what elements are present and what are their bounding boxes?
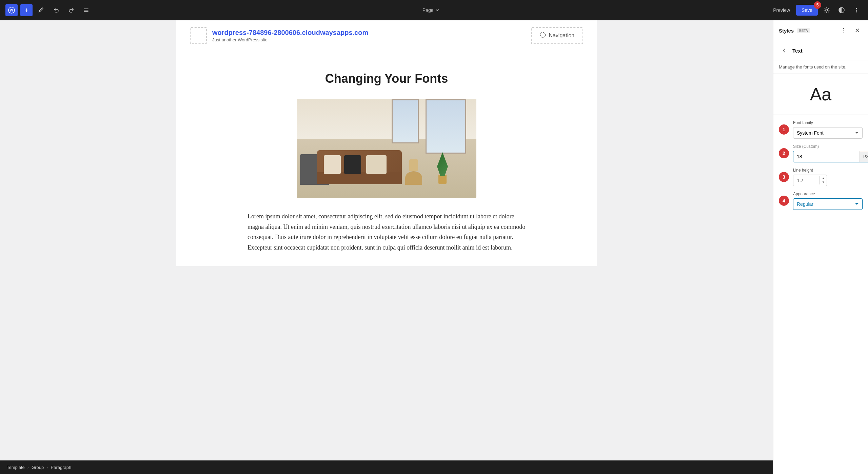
line-height-input[interactable] [793, 175, 820, 186]
panel-more-button[interactable]: ⋮ [838, 25, 849, 36]
font-family-label: Font family [793, 120, 863, 125]
add-block-button[interactable]: + [20, 4, 33, 16]
beta-badge: Beta [797, 28, 810, 33]
svg-point-7 [856, 8, 857, 9]
post-body-text: Lorem ipsum dolor sit amet, consectetur … [248, 211, 526, 253]
aa-preview: Aa [773, 74, 868, 115]
back-button[interactable] [779, 45, 790, 56]
styles-panel: Styles Beta ⋮ ✕ Text Manage the fonts us… [773, 20, 868, 474]
text-panel-desc: Manage the fonts used on the site. [773, 60, 868, 74]
save-button[interactable]: Save 5 [796, 5, 818, 16]
svg-point-8 [856, 10, 857, 11]
breadcrumb-paragraph[interactable]: Paragraph [51, 465, 72, 470]
site-name[interactable]: wordpress-784896-2800606.cloudwaysapps.c… [212, 29, 368, 37]
step-1-circle: 1 [779, 124, 789, 135]
page-selector[interactable]: Page [419, 5, 443, 15]
step-2-circle: 2 [779, 148, 789, 158]
line-height-label: Line height [793, 168, 863, 173]
breadcrumb-template[interactable]: Template [7, 465, 25, 470]
font-family-select[interactable]: System Font Arial Georgia Helvetica Time… [793, 127, 863, 139]
line-height-control: Line height ▲ ▼ [793, 168, 863, 186]
text-panel-header: Text [773, 41, 868, 60]
preview-button[interactable]: Preview [770, 5, 793, 15]
svg-point-5 [826, 9, 828, 11]
breadcrumb-group[interactable]: Group [32, 465, 44, 470]
navigation-block[interactable]: Navigation [531, 27, 583, 44]
settings-button[interactable] [821, 4, 833, 16]
page-content: Changing Your Fonts [234, 51, 539, 266]
site-header: wordpress-784896-2800606.cloudwaysapps.c… [176, 20, 597, 51]
post-image[interactable] [297, 99, 476, 198]
step-3-circle: 3 [779, 172, 789, 182]
site-tagline: Just another WordPress site [212, 37, 368, 42]
line-height-down-button[interactable]: ▼ [820, 180, 827, 184]
navigation-icon [540, 32, 546, 39]
font-family-control: Font family System Font Arial Georgia He… [793, 120, 863, 139]
list-view-button[interactable] [80, 4, 92, 16]
svg-point-10 [540, 33, 546, 38]
text-panel-title: Text [792, 48, 803, 54]
notification-badge: 5 [814, 1, 821, 9]
panel-title: Styles [779, 28, 794, 34]
font-size-label: Size (Custom) [793, 144, 868, 149]
font-size-input[interactable] [793, 151, 860, 162]
svg-point-9 [856, 12, 857, 13]
appearance-control: Appearance Regular Bold Italic Bold Ital… [793, 192, 863, 210]
svg-text:W: W [10, 8, 13, 12]
more-menu-button[interactable] [850, 4, 863, 16]
font-size-control: Size (Custom) PX Reset [793, 144, 868, 162]
redo-button[interactable] [65, 4, 77, 16]
appearance-label: Appearance [793, 192, 863, 196]
font-size-unit: PX [860, 151, 868, 162]
step-4-circle: 4 [779, 196, 789, 206]
undo-button[interactable] [50, 4, 62, 16]
edit-button[interactable] [35, 4, 47, 16]
post-title[interactable]: Changing Your Fonts [248, 72, 526, 86]
wp-logo[interactable]: W [5, 4, 18, 16]
theme-toggle-button[interactable] [835, 4, 848, 16]
appearance-select[interactable]: Regular Bold Italic Bold Italic Light [793, 198, 863, 210]
toolbar: W + Page Preview Save 5 [0, 0, 868, 20]
line-height-up-button[interactable]: ▲ [820, 176, 827, 180]
font-controls: 1 Font family System Font Arial Georgia … [773, 115, 868, 221]
breadcrumb: Template › Group › Paragraph [0, 460, 773, 474]
panel-header: Styles Beta ⋮ ✕ [773, 20, 868, 41]
panel-close-button[interactable]: ✕ [852, 25, 863, 36]
aa-preview-text: Aa [810, 84, 832, 104]
site-logo [190, 27, 207, 44]
